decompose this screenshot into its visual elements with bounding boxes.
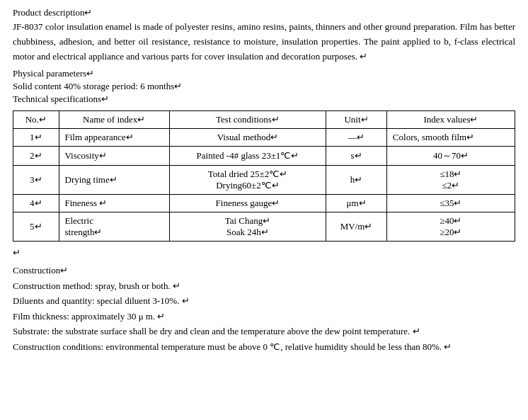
cell-values: ≥40↵≥20↵ <box>386 212 515 242</box>
cell-values: ≤35↵ <box>386 195 515 212</box>
construction-line-1: Construction method: spray, brush or bot… <box>13 278 515 293</box>
product-description-text: JF-8037 color insulation enamel is made … <box>13 20 515 64</box>
cell-name: Viscosity↵ <box>59 147 169 166</box>
physical-parameters-text: Solid content 40% storage period: 6 mont… <box>13 81 515 92</box>
cell-no: 4↵ <box>13 195 59 212</box>
cell-no: 3↵ <box>13 166 59 195</box>
table-row: 4↵ Fineness ↵ Fineness gauge↵ μm↵ ≤35↵ <box>13 195 515 212</box>
product-description-section: Product description↵ JF-8037 color insul… <box>13 7 515 64</box>
table-row: 1↵ Film appearance↵ Visual method↵ —↵ Co… <box>13 129 515 147</box>
table-row: 5↵ Electricstrength↵ Tai Chang↵Soak 24h↵… <box>13 212 515 242</box>
cell-conditions: Painted -4# glass 23±1℃↵ <box>169 147 326 166</box>
table-row: 3↵ Drying time↵ Total dried 25±2℃↵Drying… <box>13 166 515 195</box>
construction-section: Construction↵ Construction method: spray… <box>13 263 515 354</box>
cell-name: Drying time↵ <box>59 166 169 195</box>
cell-unit: s↵ <box>326 147 387 166</box>
cell-conditions: Total dried 25±2℃↵Drying60±2℃↵ <box>169 166 326 195</box>
cell-values: ≤18↵≤2↵ <box>386 166 515 195</box>
construction-line-4: Substrate: the substrate surface shall b… <box>13 324 515 339</box>
cell-no: 2↵ <box>13 147 59 166</box>
cell-unit: MV/m↵ <box>326 212 387 242</box>
cell-name: Electricstrength↵ <box>59 212 169 242</box>
cell-conditions: Tai Chang↵Soak 24h↵ <box>169 212 326 242</box>
physical-parameters-section: Physical parameters↵ Solid content 40% s… <box>13 68 515 92</box>
construction-line-2: Diluents and quantity: special diluent 3… <box>13 293 515 308</box>
cell-no: 5↵ <box>13 212 59 242</box>
specifications-table: No.↵ Name of index↵ Test conditions↵ Uni… <box>13 110 515 242</box>
technical-specifications-section: Technical specifications↵ No.↵ Name of i… <box>13 93 515 259</box>
cell-conditions: Fineness gauge↵ <box>169 195 326 212</box>
cell-no: 1↵ <box>13 129 59 147</box>
physical-parameters-label: Physical parameters↵ <box>13 68 515 79</box>
col-header-name: Name of index↵ <box>59 111 169 129</box>
construction-line-3: Film thickness: approximately 30 μ m. ↵ <box>13 309 515 324</box>
table-footnote: ↵ <box>13 247 515 259</box>
cell-name: Fineness ↵ <box>59 195 169 212</box>
construction-line-5: Construction conditions: environmental t… <box>13 339 515 354</box>
construction-label: Construction↵ <box>13 263 515 278</box>
col-header-values: Index values↵ <box>386 111 515 129</box>
technical-specifications-label: Technical specifications↵ <box>13 93 515 105</box>
col-header-conditions: Test conditions↵ <box>169 111 326 129</box>
cell-unit: —↵ <box>326 129 387 147</box>
col-header-no: No.↵ <box>13 111 59 129</box>
product-description-label: Product description↵ <box>13 7 515 18</box>
cell-conditions: Visual method↵ <box>169 129 326 147</box>
cell-name: Film appearance↵ <box>59 129 169 147</box>
cell-unit: h↵ <box>326 166 387 195</box>
cell-unit: μm↵ <box>326 195 387 212</box>
cell-values: Colors, smooth film↵ <box>386 129 515 147</box>
cell-values: 40～70↵ <box>386 147 515 166</box>
table-row: 2↵ Viscosity↵ Painted -4# glass 23±1℃↵ s… <box>13 147 515 166</box>
col-header-unit: Unit↵ <box>326 111 387 129</box>
